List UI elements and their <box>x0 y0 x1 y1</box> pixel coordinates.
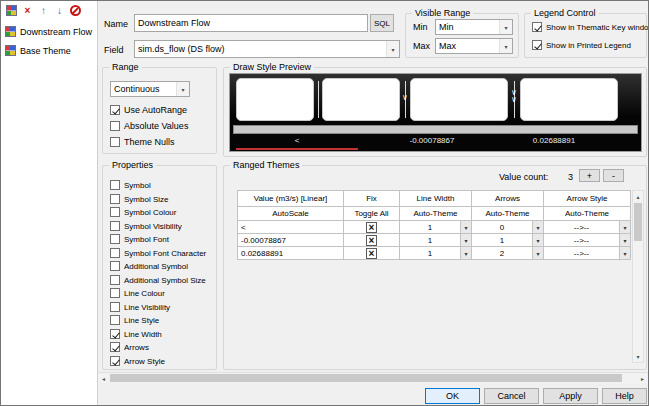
scrollbar-thumb[interactable] <box>110 374 622 382</box>
sql-button[interactable]: SQL <box>370 14 394 32</box>
line-width-cell[interactable]: 1▾ <box>400 247 472 260</box>
autoscale-button[interactable]: AutoScale <box>238 207 344 221</box>
theme-item-icon <box>5 26 16 37</box>
property-checkbox-arrows[interactable]: Arrows <box>110 342 149 352</box>
property-checkbox-symbol-size[interactable]: Symbol Size <box>110 194 168 204</box>
dropdown-arrow-icon[interactable]: ▾ <box>619 234 630 246</box>
dropdown-arrow-icon[interactable]: ▾ <box>460 247 471 259</box>
checkbox-box <box>110 261 120 271</box>
checkbox-box <box>110 342 120 352</box>
checkbox-absolute-values[interactable]: Absolute Values <box>110 121 188 131</box>
new-theme-icon[interactable] <box>5 4 18 17</box>
discard-changes-icon[interactable] <box>69 4 82 17</box>
checkbox-label: Symbol Colour <box>124 208 176 217</box>
line-width-cell[interactable]: 1▾ <box>400 234 472 247</box>
table-row: < 1▾ 0▾ -->--▾ <box>238 221 631 234</box>
horizontal-scrollbar[interactable]: ◂ ▸ <box>98 372 648 383</box>
dropdown-arrow-icon[interactable]: ▾ <box>532 247 543 259</box>
no-entry-icon <box>70 5 81 16</box>
arrow-style-cell[interactable]: -->--▾ <box>544 247 631 260</box>
auto-theme-line-width-button[interactable]: Auto-Theme <box>400 207 472 221</box>
chevron-down-icon[interactable]: ▾ <box>499 39 512 53</box>
property-checkbox-line-width[interactable]: Line Width <box>110 329 162 339</box>
property-checkbox-symbol-font-character[interactable]: Symbol Font Character <box>110 248 206 258</box>
property-checkbox-symbol-colour[interactable]: Symbol Colour <box>110 207 176 217</box>
max-select[interactable]: Max ▾ <box>435 38 513 54</box>
sidebar-item-downstream-flow[interactable]: Downstream Flow <box>1 22 97 41</box>
scroll-down-icon[interactable]: ▾ <box>633 351 643 362</box>
move-up-icon[interactable]: ↑ <box>37 4 50 17</box>
arrow-style-cell[interactable]: -->--▾ <box>544 234 631 247</box>
property-checkbox-symbol-visibility[interactable]: Symbol Visibility <box>110 221 182 231</box>
min-select[interactable]: Min ▾ <box>435 19 513 35</box>
value-cell[interactable]: -0.00078867 <box>238 234 344 247</box>
value-cell[interactable]: 0.02688891 <box>238 247 344 260</box>
property-checkbox-symbol-font[interactable]: Symbol Font <box>110 234 169 244</box>
toggle-all-button[interactable]: Toggle All <box>344 207 400 221</box>
fix-cell[interactable] <box>344 234 400 247</box>
group-title: Draw Style Preview <box>230 62 314 73</box>
move-down-icon[interactable]: ↓ <box>53 4 66 17</box>
property-checkbox-arrow-style[interactable]: Arrow Style <box>110 356 165 366</box>
dropdown-arrow-icon[interactable]: ▾ <box>619 221 630 233</box>
add-value-button[interactable]: + <box>579 169 600 182</box>
table-vertical-scrollbar[interactable]: ▴ ▾ <box>632 190 644 363</box>
scroll-up-icon[interactable]: ▴ <box>633 191 643 202</box>
dropdown-arrow-icon[interactable]: ▾ <box>532 221 543 233</box>
checkbox-box <box>110 221 120 231</box>
checkbox-use-autorange[interactable]: Use AutoRange <box>110 105 187 115</box>
checkbox-theme-nulls[interactable]: Theme Nulls <box>110 137 175 147</box>
table-header-row: Value (m3/s) [Linear] Fix Line Width Arr… <box>238 191 631 207</box>
sidebar-item-base-theme[interactable]: Base Theme <box>1 41 97 60</box>
property-checkbox-additional-symbol-size[interactable]: Additional Symbol Size <box>110 275 206 285</box>
auto-theme-arrow-style-button[interactable]: Auto-Theme <box>544 207 631 221</box>
line-width-cell[interactable]: 1▾ <box>400 221 472 234</box>
fix-cell[interactable] <box>344 247 400 260</box>
dropdown-arrow-icon[interactable]: ▾ <box>619 247 630 259</box>
fix-checkbox[interactable] <box>366 235 377 246</box>
checkbox-label: Additional Symbol Size <box>124 276 206 285</box>
ok-button[interactable]: OK <box>425 388 480 404</box>
arrows-cell[interactable]: 1▾ <box>472 234 544 247</box>
property-checkbox-symbol[interactable]: Symbol <box>110 180 151 190</box>
help-button[interactable]: Help <box>602 388 647 404</box>
scrollbar-thumb[interactable] <box>634 203 642 241</box>
dropdown-arrow-icon[interactable]: ▾ <box>532 234 543 246</box>
arrows-cell[interactable]: 2▾ <box>472 247 544 260</box>
dropdown-arrow-icon[interactable]: ▾ <box>460 234 471 246</box>
arrow-style-cell[interactable]: -->--▾ <box>544 221 631 234</box>
preview-selection-underline <box>236 148 358 150</box>
name-input[interactable] <box>134 14 368 32</box>
field-select[interactable]: sim.ds_flow (DS flow) ▾ <box>134 40 400 58</box>
checkbox-label: Show in Printed Legend <box>546 41 631 50</box>
scroll-right-icon[interactable]: ▸ <box>637 373 648 383</box>
arrow-style-value: -->-- <box>574 249 589 258</box>
apply-button[interactable]: Apply <box>543 388 598 404</box>
value-cell[interactable]: < <box>238 221 344 234</box>
fix-checkbox[interactable] <box>366 222 377 233</box>
chevron-down-icon[interactable]: ▾ <box>176 82 189 96</box>
chevron-down-icon[interactable]: ▾ <box>386 41 399 57</box>
tree-item-label: Base Theme <box>20 46 71 56</box>
delete-theme-icon[interactable]: × <box>21 4 34 17</box>
property-checkbox-line-colour[interactable]: Line Colour <box>110 288 165 298</box>
fix-checkbox[interactable] <box>366 248 377 259</box>
auto-theme-arrows-button[interactable]: Auto-Theme <box>472 207 544 221</box>
column-header-value: Value (m3/s) [Linear] <box>238 191 344 207</box>
property-checkbox-line-style[interactable]: Line Style <box>110 315 159 325</box>
dropdown-arrow-icon[interactable]: ▾ <box>460 221 471 233</box>
scroll-left-icon[interactable]: ◂ <box>98 373 109 383</box>
draw-style-preview-group: Draw Style Preview ∨ ∨ ∨ < -0.00078867 0… <box>223 67 647 157</box>
cancel-button[interactable]: Cancel <box>484 388 539 404</box>
checkbox-show-in-thematic-key[interactable]: Show in Thematic Key window <box>532 22 649 32</box>
property-checkbox-line-visibility[interactable]: Line Visibility <box>110 302 170 312</box>
range-mode-select[interactable]: Continuous ▾ <box>110 81 190 97</box>
chevron-down-icon[interactable]: ▾ <box>499 20 512 34</box>
min-label: Min <box>413 22 428 33</box>
checkbox-box <box>110 105 120 115</box>
fix-cell[interactable] <box>344 221 400 234</box>
checkbox-show-in-printed-legend[interactable]: Show in Printed Legend <box>532 40 631 50</box>
arrows-cell[interactable]: 0▾ <box>472 221 544 234</box>
property-checkbox-additional-symbol[interactable]: Additional Symbol <box>110 261 188 271</box>
remove-value-button[interactable]: - <box>603 169 624 182</box>
